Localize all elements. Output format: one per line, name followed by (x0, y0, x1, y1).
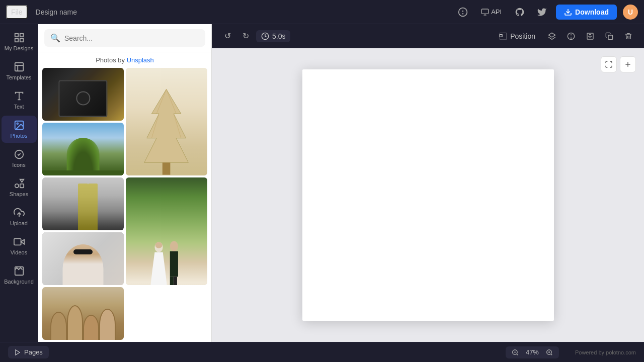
sidebar-label-icons: Icons (12, 162, 25, 168)
svg-rect-10 (20, 39, 23, 42)
avatar[interactable]: U (623, 5, 638, 20)
svg-rect-36 (170, 277, 174, 285)
main-area: My Designs Templates Text Photos Icons (0, 24, 644, 342)
sidebar-item-templates[interactable]: Templates (2, 57, 37, 84)
fit-button[interactable] (601, 56, 617, 72)
zoom-in-button[interactable] (544, 348, 555, 357)
zoom-out-button[interactable] (510, 348, 521, 357)
copy-button[interactable] (602, 29, 617, 44)
photo-item-tree-landscape[interactable] (42, 123, 124, 175)
sidebar-left: My Designs Templates Text Photos Icons (0, 24, 38, 342)
sidebar-item-upload[interactable]: Upload (2, 203, 37, 230)
svg-marker-23 (21, 239, 24, 244)
api-button[interactable]: API (477, 6, 506, 18)
photo-item-woman[interactable] (42, 232, 124, 285)
sidebar-label-templates: Templates (6, 74, 31, 80)
sidebar-label-photos: Photos (10, 133, 27, 139)
canvas-toolbar-right: Position (494, 29, 636, 44)
sidebar-item-photos[interactable]: Photos (2, 116, 37, 143)
svg-line-54 (551, 353, 552, 355)
text-icon (14, 90, 25, 102)
canvas-area: ↺ ↻ 5.0s Position (212, 24, 644, 342)
svg-marker-41 (548, 33, 555, 37)
download-button[interactable]: Download (556, 5, 617, 20)
file-menu-button[interactable]: File (6, 5, 28, 19)
svg-marker-49 (16, 349, 20, 355)
svg-marker-26 (144, 89, 188, 163)
canvas-viewport[interactable] (212, 48, 644, 342)
canvas-document[interactable] (302, 69, 554, 321)
svg-rect-37 (174, 277, 177, 285)
video-icon (14, 236, 25, 247)
undo-button[interactable]: ↺ (220, 29, 235, 44)
search-input[interactable] (64, 34, 199, 42)
svg-rect-9 (15, 39, 18, 42)
zoom-level: 47% (523, 348, 542, 356)
svg-rect-7 (15, 34, 18, 37)
photo-item-foggy-road[interactable] (42, 177, 124, 230)
svg-point-34 (170, 241, 178, 251)
svg-line-51 (517, 353, 518, 355)
sidebar-label-shapes: Shapes (10, 191, 28, 197)
zoom-controls: 47% (506, 346, 559, 358)
redo-button[interactable]: ↻ (238, 29, 253, 44)
canvas-toolbar-left: ↺ ↻ 5.0s (220, 29, 290, 44)
svg-point-19 (15, 184, 18, 188)
photo-item-camera[interactable] (42, 68, 124, 121)
svg-rect-46 (608, 35, 613, 40)
position-button[interactable]: Position (494, 30, 540, 42)
sidebar-item-shapes[interactable]: Shapes (2, 174, 37, 201)
panel-search: 🔍 (38, 24, 211, 52)
search-wrap: 🔍 (44, 29, 205, 47)
unsplash-link[interactable]: Unsplash (127, 56, 154, 64)
sidebar-item-videos[interactable]: Videos (2, 232, 37, 259)
photos-panel: 🔍 Photos by Unsplash (38, 24, 212, 342)
sidebar-label-background: Background (4, 279, 34, 285)
bottom-bar: Pages 47% Powered by polotno.com (0, 342, 644, 362)
svg-rect-24 (14, 239, 21, 245)
sidebar-item-my-designs[interactable]: My Designs (2, 28, 37, 55)
sidebar-item-icons[interactable]: Icons (2, 145, 37, 172)
canvas-corner-buttons (601, 56, 636, 72)
svg-point-17 (17, 123, 18, 124)
svg-rect-27 (163, 162, 171, 174)
align-button[interactable] (583, 29, 598, 44)
pages-label: Pages (24, 348, 43, 356)
svg-rect-40 (500, 33, 507, 39)
download-label: Download (575, 8, 609, 16)
sidebar-label-upload: Upload (10, 220, 28, 226)
sidebar-label-my-designs: My Designs (5, 45, 33, 51)
background-icon (14, 265, 25, 277)
layers-button[interactable] (544, 29, 559, 44)
delete-button[interactable] (621, 29, 636, 44)
time-label: 5.0s (272, 32, 285, 40)
expand-button[interactable] (620, 56, 636, 72)
topbar-right: API Download U (455, 4, 638, 20)
svg-marker-20 (20, 179, 23, 183)
sidebar-label-videos: Videos (11, 249, 27, 255)
photo-icon (14, 120, 25, 131)
alert-icon-button[interactable] (455, 4, 471, 20)
time-indicator[interactable]: 5.0s (256, 30, 290, 42)
topbar: File Design name API Do (0, 0, 644, 24)
canvas-toolbar: ↺ ↻ 5.0s Position (212, 24, 644, 48)
photo-item-arches[interactable] (42, 287, 124, 340)
sidebar-item-text[interactable]: Text (2, 86, 37, 114)
github-icon-button[interactable] (512, 4, 528, 20)
position-label: Position (510, 32, 535, 40)
design-name[interactable]: Design name (36, 8, 447, 16)
svg-rect-3 (481, 9, 488, 14)
svg-rect-21 (20, 184, 23, 188)
photo-item-wedding[interactable] (126, 177, 207, 285)
twitter-icon-button[interactable] (534, 4, 550, 20)
shapes-icon (14, 178, 25, 189)
powered-by-label: Powered by polotno.com (575, 349, 636, 355)
icons-icon (14, 149, 25, 160)
search-icon: 🔍 (50, 33, 60, 43)
opacity-button[interactable] (564, 29, 579, 44)
sidebar-item-background[interactable]: Background (2, 261, 37, 289)
pages-button[interactable]: Pages (8, 346, 49, 358)
api-label: API (491, 8, 502, 16)
photo-item-paper-tree[interactable] (126, 68, 207, 175)
svg-rect-39 (500, 34, 503, 37)
